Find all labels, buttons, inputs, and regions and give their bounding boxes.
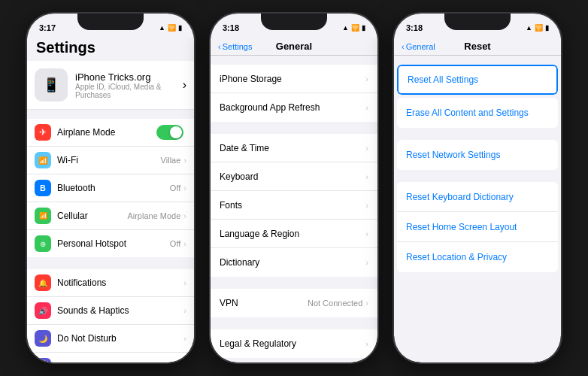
wifi-icon-2: 🛜 <box>351 24 359 32</box>
list-item-hotspot[interactable]: ⊕ Personal Hotspot Off › <box>27 230 194 257</box>
reset-location[interactable]: Reset Location & Privacy <box>397 242 558 272</box>
back-label: Settings <box>223 42 253 51</box>
hotspot-icon: ⊕ <box>35 235 51 252</box>
battery-icon-3: ▮ <box>545 24 549 32</box>
settings-title: Settings <box>27 38 194 61</box>
wifi-icon-3: 🛜 <box>535 24 543 32</box>
p2-language[interactable]: Language & Region › <box>211 220 377 248</box>
p3-group2: Erase All Content and Settings <box>397 98 558 128</box>
status-icons-1: ▲ 🛜 ▮ <box>159 24 182 32</box>
group-connectivity: ✈ Airplane Mode 📶 Wi-Fi Villae › B Bluet… <box>27 119 194 257</box>
list-item-notifications[interactable]: 🔔 Notifications › <box>27 269 194 297</box>
list-item-screentime[interactable]: ⌛ Screen Time › <box>27 353 194 362</box>
back-settings[interactable]: ‹ Settings <box>218 42 252 51</box>
hotspot-value: Off <box>170 239 180 248</box>
p2-iphone-storage[interactable]: iPhone Storage › <box>211 65 377 93</box>
p2-vpn[interactable]: VPN Not Connected › <box>211 289 377 317</box>
divider-1a <box>27 110 194 116</box>
bluetooth-value: Off <box>170 183 180 193</box>
list-item-wifi[interactable]: 📶 Wi-Fi Villae › <box>27 147 194 174</box>
list-item-cellular[interactable]: 📶 Cellular Airplane Mode › <box>27 202 194 230</box>
time-1: 3:17 <box>39 23 56 32</box>
erase-all-label: Erase All Content and Settings <box>406 108 549 118</box>
back-chevron-icon-3: ‹ <box>402 42 405 51</box>
wifi-chevron: › <box>183 156 186 165</box>
p2-divider-0 <box>211 56 377 62</box>
p2-dict-chevron: › <box>365 258 368 267</box>
p2-divider-1 <box>211 125 377 131</box>
profile-row[interactable]: 📱 iPhone Tricks.org Apple ID, iCloud, Me… <box>27 61 194 110</box>
p2-vpn-chevron: › <box>365 299 368 308</box>
phone-3: 3:18 ▲ 🛜 ▮ ‹ General Reset Reset All Set… <box>393 12 562 364</box>
p2-fonts[interactable]: Fonts › <box>211 191 377 220</box>
nav-bar-2: ‹ Settings General <box>211 38 377 56</box>
reset-all-settings[interactable]: Reset All Settings <box>397 65 558 95</box>
erase-all-content[interactable]: Erase All Content and Settings <box>397 98 558 128</box>
cellular-chevron: › <box>183 211 186 220</box>
p2-lang-chevron: › <box>365 229 368 238</box>
profile-sub: Apple ID, iCloud, Media & Purchases <box>75 83 183 99</box>
p3-group3: Reset Network Settings <box>397 140 558 170</box>
reset-homescreen[interactable]: Reset Home Screen Layout <box>397 212 558 242</box>
notif-chevron: › <box>183 278 186 287</box>
p3-group4: Reset Keyboard Dictionary Reset Home Scr… <box>397 182 558 272</box>
p2-group1: iPhone Storage › Background App Refresh … <box>211 65 377 122</box>
p3-divider-2 <box>394 173 561 179</box>
reset-network-label: Reset Network Settings <box>406 150 549 160</box>
time-2: 3:18 <box>223 23 239 32</box>
profile-icon: 📱 <box>35 68 68 102</box>
signal-icon-3: ▲ <box>526 24 532 32</box>
p2-group4: Legal & Regulatory › <box>211 329 377 358</box>
p2-fonts-label: Fonts <box>220 200 365 211</box>
p2-dictionary[interactable]: Dictionary › <box>211 248 377 277</box>
p2-bg-label: Background App Refresh <box>220 102 365 113</box>
cellular-value: Airplane Mode <box>127 211 180 220</box>
hotspot-chevron: › <box>183 239 186 248</box>
list-item-dnd[interactable]: 🌙 Do Not Disturb › <box>27 325 194 353</box>
reset-kb-label: Reset Keyboard Dictionary <box>406 192 549 202</box>
p3-divider-1 <box>394 131 561 137</box>
back-general[interactable]: ‹ General <box>402 42 435 51</box>
reset-network[interactable]: Reset Network Settings <box>397 140 558 170</box>
airplane-toggle[interactable] <box>156 125 183 140</box>
notch-3 <box>444 14 511 30</box>
p2-kb-label: Keyboard <box>220 171 365 182</box>
sounds-icon: 🔊 <box>35 302 51 319</box>
p2-group2: Date & Time › Keyboard › Fonts › Languag… <box>211 134 377 277</box>
nav-bar-3: ‹ General Reset <box>394 38 561 56</box>
bluetooth-icon: B <box>35 180 51 196</box>
p2-dt-chevron: › <box>365 144 368 153</box>
general-nav-title: General <box>276 41 312 52</box>
profile-name: iPhone Tricks.org <box>75 71 183 83</box>
time-3: 3:18 <box>406 23 423 32</box>
list-item-bluetooth[interactable]: B Bluetooth Off › <box>27 174 194 202</box>
screen-3: ‹ General Reset Reset All Settings Erase… <box>394 38 561 362</box>
p2-group3: VPN Not Connected › <box>211 289 377 317</box>
airplane-icon: ✈ <box>35 124 51 141</box>
cellular-icon: 📶 <box>35 208 51 224</box>
reset-loc-label: Reset Location & Privacy <box>406 252 549 262</box>
p2-divider-4 <box>211 361 377 362</box>
p3-group1: Reset All Settings <box>397 65 558 95</box>
sounds-chevron: › <box>183 306 186 315</box>
profile-info: iPhone Tricks.org Apple ID, iCloud, Medi… <box>75 71 183 99</box>
p2-keyboard[interactable]: Keyboard › <box>211 162 377 191</box>
signal-icon-2: ▲ <box>342 24 349 32</box>
p2-storage-label: iPhone Storage <box>220 74 365 84</box>
reset-keyboard-dict[interactable]: Reset Keyboard Dictionary <box>397 182 558 212</box>
notch-2 <box>261 14 327 30</box>
list-item-sounds[interactable]: 🔊 Sounds & Haptics › <box>27 297 194 325</box>
p2-divider-2 <box>211 280 377 286</box>
p2-bg-refresh[interactable]: Background App Refresh › <box>211 93 377 122</box>
dnd-icon: 🌙 <box>35 330 51 347</box>
cellular-label: Cellular <box>57 211 127 221</box>
list-item-airplane[interactable]: ✈ Airplane Mode <box>27 119 194 147</box>
p2-legal[interactable]: Legal & Regulatory › <box>211 329 377 358</box>
bluetooth-chevron: › <box>183 183 186 193</box>
screentime-chevron: › <box>183 362 186 362</box>
screen-2: ‹ Settings General iPhone Storage › Back… <box>211 38 377 362</box>
wifi-icon-wrap: 📶 <box>35 152 51 168</box>
p2-datetime[interactable]: Date & Time › <box>211 134 377 162</box>
dnd-label: Do Not Disturb <box>57 333 183 344</box>
wifi-label: Wi-Fi <box>57 155 161 165</box>
